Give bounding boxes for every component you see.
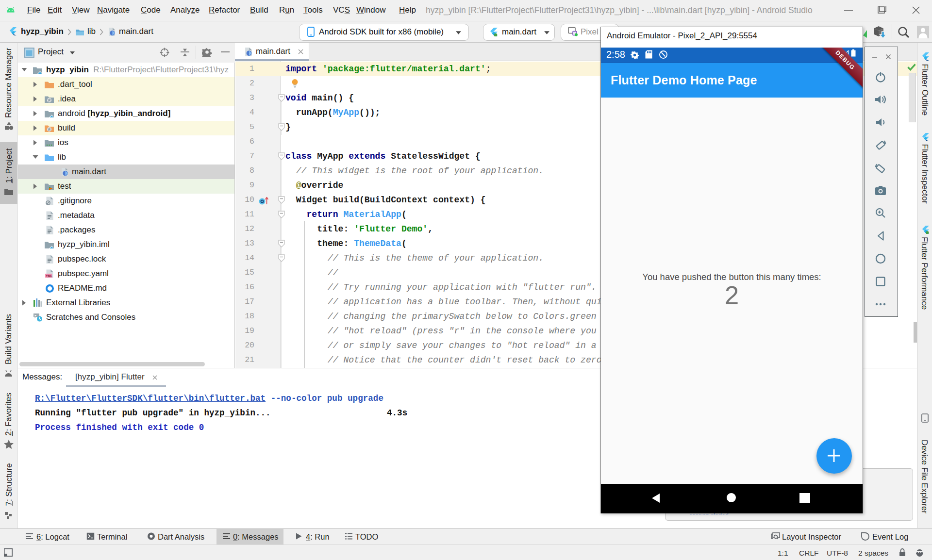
svg-text:YML: YML bbox=[46, 274, 52, 278]
